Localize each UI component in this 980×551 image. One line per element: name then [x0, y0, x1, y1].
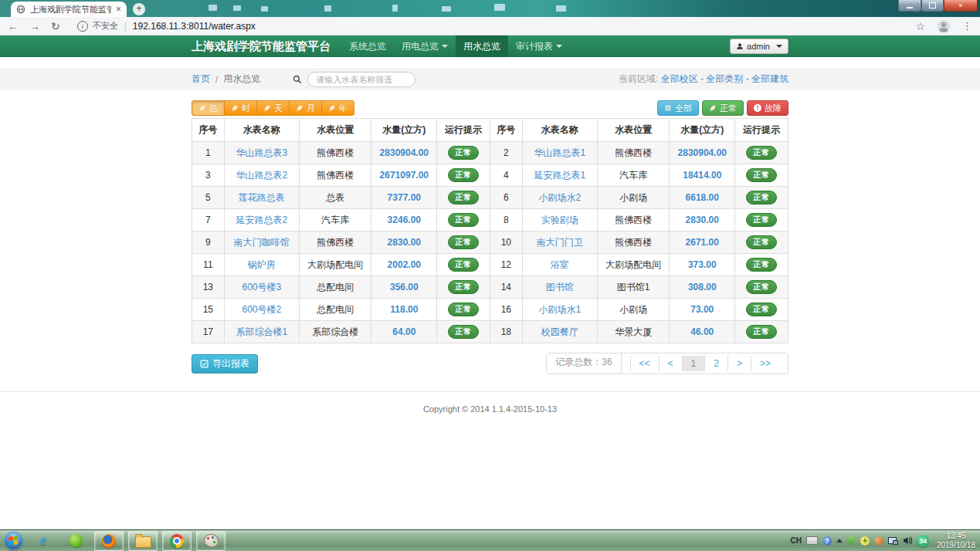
- volume-icon[interactable]: [903, 536, 912, 545]
- breadcrumb-home-link[interactable]: 首页: [192, 73, 210, 86]
- start-button[interactable]: [4, 531, 23, 550]
- status-button-label: 故障: [765, 103, 782, 114]
- water-volume-cell: 2002.00: [371, 254, 437, 276]
- meter-name-link[interactable]: 600号楼2: [242, 304, 281, 315]
- meter-name-link[interactable]: 延安路总表1: [534, 170, 585, 181]
- meter-name-cell: 华山路总表2: [224, 164, 299, 187]
- meter-name-link[interactable]: 延安路总表2: [236, 215, 287, 225]
- pagination-next-button[interactable]: >: [727, 356, 751, 371]
- taskbar-explorer-button[interactable]: [128, 531, 158, 551]
- help-tray-icon[interactable]: ?: [822, 536, 832, 546]
- nav-item-electricity-overview[interactable]: 用电总览: [394, 35, 456, 57]
- status-fault-button[interactable]: !故障: [747, 100, 788, 116]
- region-campus-link[interactable]: 全部校区: [661, 73, 698, 84]
- water-volume-value: 46.00: [690, 326, 714, 337]
- serial-number-cell: 14: [490, 276, 522, 299]
- water-volume-value: 7377.00: [388, 192, 421, 203]
- safety-plus-icon[interactable]: +: [860, 536, 870, 546]
- status-badge: 正常: [448, 213, 479, 227]
- meter-name-link[interactable]: 图书馆: [546, 282, 574, 292]
- taskbar-clock[interactable]: 13:45 2019/10/18: [937, 532, 975, 550]
- meter-location-cell: 总表: [299, 187, 371, 209]
- period-day-button[interactable]: 天: [256, 100, 290, 116]
- meter-name-link[interactable]: 浴室: [551, 259, 569, 270]
- region-category-link[interactable]: 全部类别: [706, 73, 743, 84]
- period-button-label: 年: [339, 103, 348, 114]
- url-text[interactable]: 192.168.11.3:8011/water.aspx: [133, 21, 256, 32]
- serial-number-cell: 17: [192, 321, 225, 343]
- status-badge: 正常: [746, 325, 777, 339]
- nav-item-system-overview[interactable]: 系统总览: [341, 35, 394, 57]
- water-volume-cell: 2671097.00: [371, 164, 437, 187]
- meter-name-link[interactable]: 南大门门卫: [537, 237, 583, 248]
- column-header: 水表位置: [597, 119, 669, 142]
- period-hour-button[interactable]: 时: [224, 100, 257, 116]
- period-year-button[interactable]: 年: [321, 100, 354, 116]
- toolbar-row: 总时天月年 全部正常!故障: [192, 100, 788, 116]
- search-input[interactable]: [307, 72, 415, 87]
- meter-name-link[interactable]: 南大门咖啡馆: [234, 237, 290, 248]
- meter-name-link[interactable]: 系部综合楼1: [236, 326, 287, 337]
- pagination-first-button[interactable]: <<: [630, 356, 659, 371]
- windows-taskbar: e CH ? + 34: [0, 529, 980, 551]
- system-tray: CH ? + 34 13:45 2019/10/18: [790, 532, 980, 550]
- meter-name-link[interactable]: 600号楼3: [242, 282, 281, 292]
- window-maximize-button[interactable]: [921, 0, 944, 12]
- breadcrumb-bar: 首页 / 用水总览 当前区域: 全部校区 - 全部类别 - 全部建筑: [0, 68, 980, 90]
- water-volume-cell: 46.00: [670, 321, 735, 343]
- back-icon[interactable]: ←: [8, 21, 19, 32]
- network-icon[interactable]: [888, 537, 898, 545]
- pagination-page-1-button[interactable]: 1: [682, 356, 705, 371]
- nav-item-audit-reports[interactable]: 审计报表: [508, 35, 570, 57]
- period-month-button[interactable]: 月: [289, 100, 322, 116]
- keyboard-icon[interactable]: [806, 536, 818, 545]
- status-normal-button[interactable]: 正常: [702, 100, 744, 116]
- admin-menu-button[interactable]: admin: [730, 39, 788, 54]
- meter-name-link[interactable]: 小剧场水1: [538, 304, 581, 315]
- status-badge: 正常: [448, 280, 479, 294]
- profile-avatar-icon[interactable]: [938, 20, 950, 32]
- reload-icon[interactable]: ↻: [51, 21, 60, 32]
- notification-badge[interactable]: 34: [917, 535, 929, 547]
- taskbar-firefox-button[interactable]: [94, 531, 124, 551]
- meter-name-link[interactable]: 华山路总表1: [534, 147, 585, 158]
- language-indicator[interactable]: CH: [790, 536, 801, 545]
- site-info-icon[interactable]: i: [77, 21, 88, 32]
- meter-name-link[interactable]: 华山路总表3: [236, 147, 287, 158]
- taskbar-ie-button[interactable]: e: [29, 532, 57, 550]
- table-row: 15600号楼2总配电间118.00正常16小剧场水1小剧场73.00正常: [192, 299, 788, 321]
- window-close-button[interactable]: ×: [944, 0, 978, 12]
- wallpaper-decoration: [209, 5, 217, 11]
- taskbar-360browser-button[interactable]: [62, 532, 90, 550]
- browser-tab[interactable]: 上海戏剧学院节能监管平台 ×: [11, 2, 127, 17]
- antivirus-shield-icon[interactable]: [847, 536, 856, 546]
- nav-item-water-overview[interactable]: 用水总览: [456, 35, 508, 57]
- taskbar-paint-button[interactable]: [196, 531, 226, 551]
- taskbar-chrome-button[interactable]: [162, 531, 192, 551]
- pagination-prev-button[interactable]: <: [659, 356, 682, 371]
- browser-menu-icon[interactable]: ⋮: [962, 20, 972, 32]
- tab-close-icon[interactable]: ×: [116, 5, 121, 14]
- bookmark-star-icon[interactable]: ☆: [915, 20, 925, 32]
- show-hidden-icons[interactable]: [836, 539, 843, 543]
- meter-name-link[interactable]: 实验剧场: [541, 215, 578, 225]
- wallpaper-decoration: [494, 4, 505, 11]
- meter-name-link[interactable]: 校园餐厅: [541, 326, 578, 337]
- region-building-link[interactable]: 全部建筑: [751, 73, 788, 84]
- new-tab-button[interactable]: +: [133, 3, 145, 15]
- tray-app-icon[interactable]: [874, 536, 883, 546]
- status-all-button[interactable]: 全部: [657, 100, 699, 116]
- meter-name-link[interactable]: 莲花路总表: [239, 192, 285, 203]
- window-minimize-button[interactable]: [898, 0, 921, 12]
- export-report-button[interactable]: 导出报表: [192, 354, 258, 374]
- meter-name-cell: 600号楼2: [224, 299, 299, 321]
- pagination-last-button[interactable]: >>: [751, 356, 779, 371]
- meter-name-link[interactable]: 小剧场水2: [538, 192, 581, 203]
- chrome-icon: [170, 534, 184, 548]
- forward-icon[interactable]: →: [29, 21, 40, 32]
- meter-name-link[interactable]: 华山路总表2: [236, 170, 287, 181]
- pagination-page-2-button[interactable]: 2: [704, 356, 727, 371]
- meter-location-cell: 熊佛西楼: [597, 142, 669, 164]
- meter-name-link[interactable]: 锅炉房: [248, 259, 276, 270]
- period-total-button[interactable]: 总: [192, 100, 225, 116]
